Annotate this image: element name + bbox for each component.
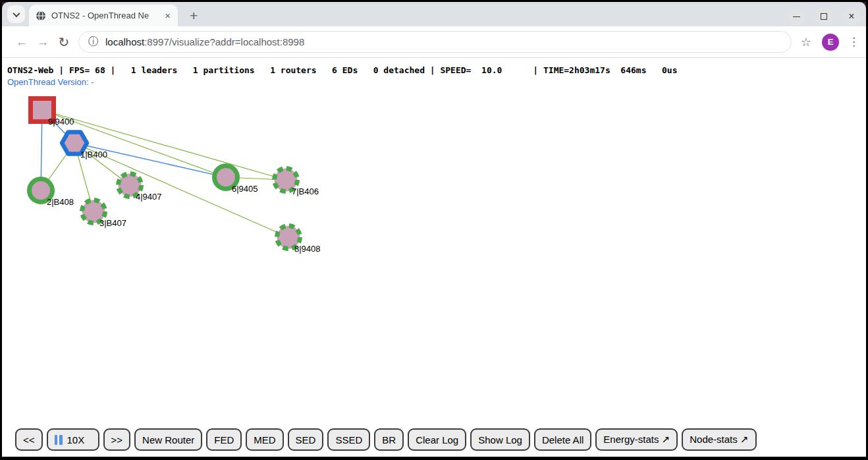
close-button[interactable]: × bbox=[842, 7, 861, 26]
tab-search-button[interactable] bbox=[7, 5, 25, 23]
network-node-1[interactable] bbox=[62, 132, 87, 154]
new-tab-button[interactable]: + bbox=[186, 9, 202, 22]
energy-stats-button[interactable]: Energy-stats ↗ bbox=[595, 428, 678, 451]
page-content: OTNS2-Web | FPS= 68 | 1 leaders 1 partit… bbox=[2, 58, 866, 456]
node-label-3: 3|B407 bbox=[99, 218, 126, 228]
browser-menu-icon[interactable]: ⋮ bbox=[848, 35, 859, 49]
profile-avatar[interactable]: E bbox=[822, 34, 839, 51]
tab-close-icon[interactable]: × bbox=[163, 11, 173, 20]
minimize-icon bbox=[793, 16, 800, 17]
network-link-1-8 bbox=[74, 143, 288, 237]
network-node-9[interactable] bbox=[31, 99, 54, 122]
url-host: localhost bbox=[105, 36, 144, 47]
show-log-button[interactable]: Show Log bbox=[470, 428, 530, 451]
network-node-4[interactable] bbox=[119, 174, 142, 197]
fed-button[interactable]: FED bbox=[206, 428, 242, 451]
back-button[interactable]: ← bbox=[11, 35, 32, 49]
address-bar[interactable]: ⓘ localhost:8997/visualize?addr=localhos… bbox=[78, 31, 792, 53]
bookmark-star-icon[interactable]: ☆ bbox=[801, 35, 811, 49]
browser-toolbar: ← → ↻ ⓘ localhost:8997/visualize?addr=lo… bbox=[2, 26, 866, 58]
window-controls: × bbox=[787, 7, 861, 26]
browser-window: OTNS2 - OpenThread Ne × + × ← → ↻ ⓘ loca… bbox=[2, 2, 866, 457]
network-node-7[interactable] bbox=[275, 169, 298, 192]
med-button[interactable]: MED bbox=[246, 428, 283, 451]
reload-button[interactable]: ↻ bbox=[53, 34, 74, 50]
speed-down-button[interactable]: << bbox=[15, 428, 43, 451]
tab-otns2[interactable]: OTNS2 - OpenThread Ne × bbox=[29, 5, 178, 26]
node-label-7: 7|B406 bbox=[292, 187, 319, 196]
pause-icon bbox=[55, 435, 63, 445]
network-node-3[interactable] bbox=[82, 200, 105, 223]
minimize-button[interactable] bbox=[787, 7, 805, 26]
new-router-button[interactable]: New Router bbox=[134, 428, 202, 451]
delete-all-button[interactable]: Delete All bbox=[534, 428, 591, 451]
br-button[interactable]: BR bbox=[374, 428, 404, 451]
network-link-1-6 bbox=[74, 143, 226, 177]
url-path: :8997/visualize?addr=localhost:8998 bbox=[144, 36, 304, 47]
chevron-down-icon bbox=[13, 9, 20, 16]
node-label-4: 4|9407 bbox=[136, 192, 162, 202]
speed-label: 10X bbox=[67, 434, 85, 446]
close-icon: × bbox=[848, 11, 854, 22]
url-text: localhost:8997/visualize?addr=localhost:… bbox=[105, 36, 304, 47]
tab-title: OTNS2 - OpenThread Ne bbox=[51, 11, 163, 20]
node-label-8: 8|9408 bbox=[294, 244, 321, 254]
network-canvas: 9|94001|B4002|B4083|B4074|94076|94057|B4… bbox=[2, 58, 866, 427]
tab-strip: OTNS2 - OpenThread Ne × + × bbox=[2, 2, 866, 26]
clear-log-button[interactable]: Clear Log bbox=[408, 428, 466, 451]
network-node-6[interactable] bbox=[215, 166, 238, 189]
maximize-icon bbox=[821, 13, 827, 20]
sed-button[interactable]: SED bbox=[288, 428, 324, 451]
globe-favicon-icon bbox=[36, 11, 46, 21]
simulation-status-bar: OTNS2-Web | FPS= 68 | 1 leaders 1 partit… bbox=[2, 58, 866, 75]
speed-up-button[interactable]: >> bbox=[103, 428, 131, 451]
node-stats-button[interactable]: Node-stats ↗ bbox=[682, 428, 756, 451]
info-icon[interactable]: ⓘ bbox=[88, 35, 99, 49]
network-node-2[interactable] bbox=[30, 179, 53, 202]
network-node-8[interactable] bbox=[277, 226, 300, 249]
action-bar: << 10X >> New Router FED MED SED SSED BR… bbox=[15, 428, 757, 451]
ssed-button[interactable]: SSED bbox=[327, 428, 370, 451]
maximize-button[interactable] bbox=[815, 7, 833, 26]
pause-speed-button[interactable]: 10X bbox=[47, 428, 99, 451]
forward-button[interactable]: → bbox=[32, 35, 53, 49]
openthread-version-label: OpenThread Version: - bbox=[2, 75, 866, 87]
